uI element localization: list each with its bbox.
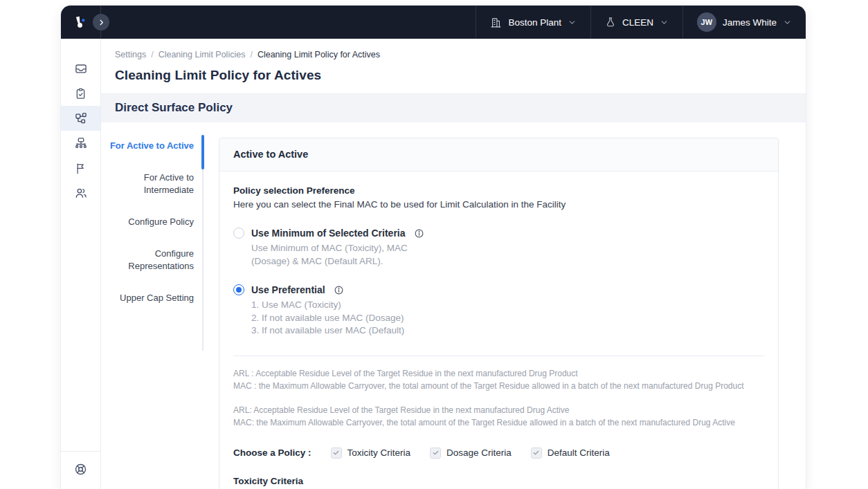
topbar: Boston Plant CLEEN JW James White bbox=[61, 6, 806, 39]
definitions-drug-product: ARL : Acceptable Residue Level of the Ta… bbox=[233, 367, 764, 393]
toxicity-criteria-section: Toxicity Criteria ARL of the Target Resi… bbox=[233, 476, 764, 489]
use-preferential-radio[interactable] bbox=[233, 284, 244, 295]
help-lifebuoy-icon bbox=[73, 462, 88, 477]
subnav-item-for-active-to-active[interactable]: For Active to Active bbox=[101, 140, 205, 152]
flag-icon bbox=[74, 162, 87, 175]
policy-preference-description: Here you can select the Final MAC to be … bbox=[233, 199, 764, 210]
default-criteria-label: Default Criteria bbox=[548, 448, 610, 458]
default-criteria-checkbox-item[interactable]: Default Criteria bbox=[531, 448, 610, 459]
option-use-preferential: Use Preferential 1. Use MAC (Toxicity) bbox=[233, 284, 764, 338]
inbox-icon bbox=[74, 62, 88, 75]
preferential-step: 1. Use MAC (Toxicity) bbox=[251, 299, 764, 312]
subnav-item-configure-representations[interactable]: Configure Representations bbox=[101, 248, 205, 273]
check-icon bbox=[532, 449, 540, 456]
sidebar-item-hierarchy[interactable] bbox=[61, 131, 100, 156]
sidebar-bottom bbox=[61, 451, 100, 489]
subnav-item-configure-policy[interactable]: Configure Policy bbox=[101, 216, 205, 228]
info-icon[interactable] bbox=[414, 228, 424, 239]
option-use-minimum: Use Minimum of Selected Criteria Use Min… bbox=[233, 228, 764, 268]
subnav-item-for-active-to-intermediate[interactable]: For Active to Intermediate bbox=[101, 172, 205, 196]
policy-preference-heading: Policy selection Preference bbox=[233, 185, 764, 196]
preferential-step: 2. If not available use MAC (Dosage) bbox=[251, 312, 764, 325]
sidebar-item-tasks[interactable] bbox=[61, 81, 100, 106]
definitions-drug-active: ARL: Acceptable Residue Level of the Tar… bbox=[233, 404, 764, 430]
subnav-active-indicator bbox=[201, 135, 204, 169]
breadcrumb-cleaning-limit-policies[interactable]: Cleaning Limit Policies bbox=[159, 50, 246, 59]
info-icon[interactable] bbox=[334, 285, 344, 295]
chevron-down-icon bbox=[568, 18, 577, 27]
sidebar-item-help[interactable] bbox=[61, 460, 100, 478]
chevron-down-icon bbox=[783, 18, 792, 27]
hierarchy-icon bbox=[74, 136, 88, 150]
plant-name: Boston Plant bbox=[508, 17, 561, 28]
check-icon bbox=[432, 449, 440, 456]
breadcrumb-separator: / bbox=[250, 50, 252, 59]
logo-icon bbox=[72, 14, 90, 30]
arl-active-definition: ARL: Acceptable Residue Level of the Tar… bbox=[233, 404, 764, 417]
topbar-right: Boston Plant CLEEN JW James White bbox=[476, 6, 806, 39]
subnav-item-upper-cap-setting[interactable]: Upper Cap Setting bbox=[101, 292, 205, 304]
toxicity-criteria-label: Toxicity Criteria bbox=[347, 448, 411, 458]
users-icon bbox=[74, 186, 88, 200]
page-title: Cleaning Limit Policy for Actives bbox=[101, 59, 806, 83]
workflow-icon bbox=[74, 111, 88, 125]
dosage-criteria-checkbox-item[interactable]: Dosage Criteria bbox=[430, 448, 512, 459]
user-menu[interactable]: JW James White bbox=[682, 6, 806, 39]
dosage-criteria-checkbox[interactable] bbox=[430, 448, 441, 459]
mac-product-definition: MAC : the Maximum Allowable Carryover, t… bbox=[233, 380, 764, 393]
use-minimum-radio-row[interactable]: Use Minimum of Selected Criteria bbox=[233, 228, 764, 239]
plant-selector[interactable]: Boston Plant bbox=[476, 6, 590, 39]
default-criteria-checkbox[interactable] bbox=[531, 448, 542, 459]
main-area: Settings / Cleaning Limit Policies / Cle… bbox=[101, 39, 806, 489]
choose-policy-row: Choose a Policy : Toxicity Criteria bbox=[233, 448, 764, 459]
use-preferential-steps: 1. Use MAC (Toxicity) 2. If not availabl… bbox=[251, 299, 764, 338]
policy-subnav: For Active to Active For Active to Inter… bbox=[101, 122, 205, 489]
choose-policy-label: Choose a Policy : bbox=[233, 448, 311, 458]
dosage-criteria-label: Dosage Criteria bbox=[446, 448, 512, 458]
toxicity-criteria-heading: Toxicity Criteria bbox=[233, 476, 764, 486]
module-name: CLEEN bbox=[622, 17, 653, 28]
card-title: Active to Active bbox=[219, 138, 778, 172]
icon-sidebar bbox=[61, 39, 101, 489]
preferential-step: 3. If not available user MAC (Default) bbox=[251, 324, 764, 338]
breadcrumb: Settings / Cleaning Limit Policies / Cle… bbox=[101, 39, 806, 59]
clipboard-check-icon bbox=[74, 87, 87, 100]
sidebar-item-inbox[interactable] bbox=[61, 56, 100, 81]
section-header: Direct Surface Policy bbox=[101, 93, 806, 122]
breadcrumb-separator: / bbox=[151, 50, 153, 59]
breadcrumb-current: Cleaning Limit Policy for Actives bbox=[257, 50, 380, 59]
use-minimum-description: Use Minimum of MAC (Toxicity), MAC (Dosa… bbox=[251, 242, 449, 268]
chevron-right-icon bbox=[98, 19, 105, 26]
active-to-active-card: Active to Active Policy selection Prefer… bbox=[219, 138, 779, 489]
building-icon bbox=[490, 17, 502, 28]
flask-icon bbox=[605, 17, 616, 28]
user-name: James White bbox=[723, 17, 777, 28]
sidebar-item-flags[interactable] bbox=[61, 156, 100, 181]
use-minimum-radio[interactable] bbox=[233, 228, 244, 239]
policy-preference-options: Use Minimum of Selected Criteria Use Min… bbox=[233, 228, 764, 338]
section-divider bbox=[233, 356, 764, 356]
use-preferential-radio-row[interactable]: Use Preferential bbox=[233, 284, 764, 295]
avatar: JW bbox=[697, 12, 716, 32]
breadcrumb-settings[interactable]: Settings bbox=[115, 50, 146, 59]
toxicity-criteria-checkbox[interactable] bbox=[331, 448, 342, 459]
chevron-down-icon bbox=[660, 18, 669, 27]
mac-active-definition: MAC: the Maximum Allowable Carryover, th… bbox=[233, 416, 764, 430]
use-preferential-label: Use Preferential bbox=[251, 284, 325, 295]
app-window: Boston Plant CLEEN JW James White bbox=[61, 6, 806, 489]
sidebar-item-users[interactable] bbox=[61, 181, 100, 205]
use-minimum-label: Use Minimum of Selected Criteria bbox=[251, 228, 406, 239]
sidebar-item-workflows[interactable] bbox=[61, 106, 100, 131]
arl-product-definition: ARL : Acceptable Residue Level of the Ta… bbox=[233, 367, 764, 380]
check-icon bbox=[332, 449, 340, 456]
module-selector[interactable]: CLEEN bbox=[590, 6, 682, 39]
toxicity-criteria-checkbox-item[interactable]: Toxicity Criteria bbox=[331, 448, 411, 459]
sidebar-expand-button[interactable] bbox=[93, 14, 109, 30]
